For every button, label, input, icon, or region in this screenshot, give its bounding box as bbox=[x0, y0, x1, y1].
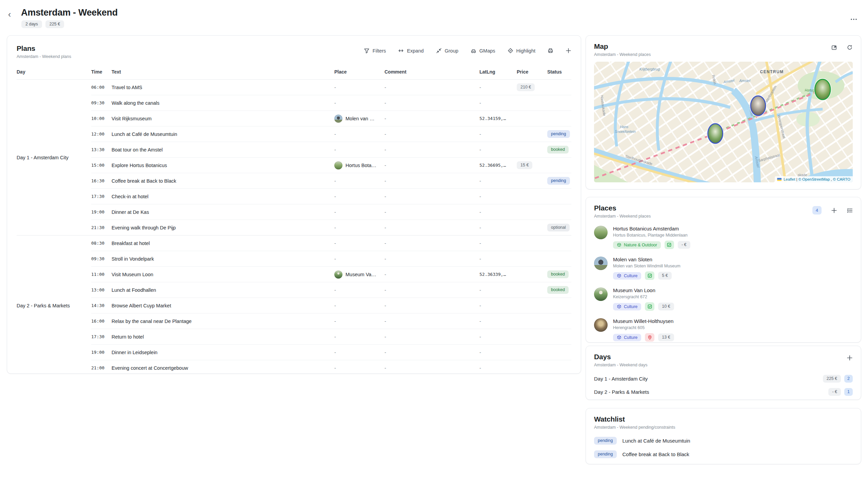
add-day-button[interactable] bbox=[847, 355, 853, 361]
group-button[interactable]: Group bbox=[436, 48, 458, 54]
expand-button[interactable]: Expand bbox=[398, 48, 423, 54]
carto-link[interactable]: © CARTO bbox=[833, 177, 850, 181]
place-pin-badge bbox=[645, 333, 654, 342]
plan-latlng: - bbox=[479, 350, 517, 355]
plan-comment: - bbox=[384, 147, 479, 152]
watchlist-item[interactable]: pendingCoffee break at Back to Black bbox=[594, 447, 853, 461]
ellipsis-icon bbox=[850, 18, 857, 20]
plan-time: 09:30 bbox=[91, 100, 112, 105]
plan-time: 15:00 bbox=[91, 163, 112, 168]
osm-link[interactable]: © OpenStreetMap bbox=[798, 177, 830, 181]
place-list-item[interactable]: Museum Van LoonKeizersgracht 672Culture1… bbox=[594, 284, 853, 314]
day-list-item[interactable]: Day 1 - Amsterdam City225 €2 bbox=[594, 372, 853, 385]
place-visited-badge bbox=[665, 241, 674, 249]
watchlist-status-badge: pending bbox=[594, 437, 617, 445]
map-label: Hans bbox=[620, 125, 629, 129]
plan-status: optional bbox=[547, 224, 571, 231]
day-price-badge: 225 € bbox=[823, 375, 841, 383]
plan-time: 17:30 bbox=[91, 334, 112, 339]
plan-row[interactable]: 21:00Evening concert at Concertgebouw--- bbox=[91, 360, 571, 375]
days-subtitle: Amsterdam - Weekend days bbox=[594, 363, 647, 367]
plan-row[interactable]: 09:30Stroll in Vondelpark--- bbox=[91, 251, 571, 266]
map-pin-icon bbox=[647, 335, 652, 340]
place-name: Museum Van Loon bbox=[613, 287, 674, 293]
plan-row[interactable]: 19:00Dinner at De Kas--- bbox=[91, 204, 571, 220]
plan-row[interactable]: 13:30Boat tour on the Amstel---booked bbox=[91, 142, 571, 157]
place-list-item[interactable]: Museum Willet-HolthuysenHerengracht 605C… bbox=[594, 314, 853, 345]
map-refresh-button[interactable] bbox=[847, 44, 853, 50]
plan-row[interactable]: 09:30Walk along the canals--- bbox=[91, 95, 571, 110]
plans-title: Plans bbox=[17, 44, 71, 53]
watchlist-item[interactable]: pendingLunch at Café de Museumtuin bbox=[594, 434, 853, 447]
map-label-centrum: CENTRUM bbox=[760, 69, 784, 74]
plan-row[interactable]: 11:00Visit Museum LoonMuseum Va…-52.3633… bbox=[91, 266, 571, 282]
plan-row[interactable]: 15:00Explore Hortus BotanicusHortus Bota… bbox=[91, 157, 571, 173]
day-list-item[interactable]: Day 2 - Parks & Markets- €1 bbox=[594, 385, 853, 399]
plan-row[interactable]: 16:00Relax by the canal near De Plantage… bbox=[91, 313, 571, 329]
place-list-item[interactable]: Hortus Botanicus AmsterdamHortus Botanic… bbox=[594, 222, 853, 253]
printer-icon bbox=[548, 48, 553, 54]
plan-time: 19:00 bbox=[91, 209, 112, 215]
map-label: Amstel bbox=[739, 79, 750, 83]
plan-row[interactable]: 17:30Return to hotel--- bbox=[91, 329, 571, 344]
map-canvas[interactable]: Krijtbergbrug Rokin Amstel Amstel CENTRU… bbox=[594, 62, 853, 182]
gmaps-button[interactable]: GMaps bbox=[471, 48, 495, 54]
place-category-label: Culture bbox=[624, 273, 637, 278]
back-button[interactable]: ‹ bbox=[5, 9, 14, 19]
plan-row[interactable]: 16:30Coffee break at Back to Black---pen… bbox=[91, 173, 571, 188]
place-list-item[interactable]: Molen van SlotenMolen van Sloten Windmil… bbox=[594, 253, 853, 284]
plan-comment: - bbox=[384, 100, 479, 106]
map-marker-hortus[interactable] bbox=[814, 79, 831, 100]
cube-icon bbox=[617, 243, 622, 247]
plan-row[interactable]: 08:30Breakfast at hotel--- bbox=[91, 236, 571, 251]
leaflet-link[interactable]: Leaflet bbox=[784, 177, 795, 181]
plan-place: - bbox=[334, 209, 384, 215]
status-badge: pending bbox=[547, 177, 570, 185]
map-marker-van-loon[interactable] bbox=[707, 123, 724, 144]
place-address: Molen van Sloten Windmill Museum bbox=[613, 264, 680, 268]
print-button[interactable] bbox=[548, 48, 553, 54]
map-label: Krijtbergbrug bbox=[639, 67, 660, 71]
plan-row[interactable]: 17:30Check-in at hotel--- bbox=[91, 188, 571, 204]
plans-table-body: Day 1 - Amsterdam City06:00Travel to AMS… bbox=[17, 80, 571, 375]
checked-checkbox-icon bbox=[647, 304, 652, 309]
price-badge: 15 € bbox=[517, 161, 532, 169]
plan-row[interactable]: 13:00Lunch at Foodhallen---booked bbox=[91, 282, 571, 298]
watchlist-header: Watchlist Amsterdam - Weekend pending/co… bbox=[594, 415, 675, 430]
places-list-view-button[interactable] bbox=[847, 207, 853, 214]
plan-place: - bbox=[334, 350, 384, 355]
places-subtitle: Amsterdam - Weekend places bbox=[594, 214, 651, 219]
days-panel: Days Amsterdam - Weekend days Day 1 - Am… bbox=[586, 346, 861, 400]
plan-time: 09:30 bbox=[91, 256, 112, 261]
plan-row[interactable]: 21:30Evening walk through De Pijp---opti… bbox=[91, 220, 571, 235]
add-plan-button[interactable] bbox=[566, 48, 571, 54]
map-marker-willet[interactable] bbox=[750, 95, 766, 116]
overflow-menu-button[interactable] bbox=[849, 15, 859, 23]
plan-day-group: Day 1 - Amsterdam City06:00Travel to AMS… bbox=[17, 80, 571, 235]
plan-comment: - bbox=[384, 163, 479, 168]
add-place-button[interactable] bbox=[831, 207, 837, 214]
plan-time: 10:00 bbox=[91, 116, 112, 121]
plan-time: 19:00 bbox=[91, 350, 112, 355]
plan-row[interactable]: 19:00Dinner in Leidseplein--- bbox=[91, 344, 571, 360]
place-avatar bbox=[334, 270, 342, 279]
plan-row[interactable]: 10:00Visit RijksmuseumMolen van …-52.341… bbox=[91, 110, 571, 126]
highlight-diamond-icon bbox=[508, 48, 513, 54]
checked-checkbox-icon bbox=[667, 242, 672, 247]
map-fullscreen-button[interactable] bbox=[831, 44, 837, 50]
plan-row[interactable]: 12:00Lunch at Café de Museumtuin---pendi… bbox=[91, 126, 571, 142]
plan-text: Evening walk through De Pijp bbox=[112, 225, 334, 230]
plan-row[interactable]: 06:00Travel to AMS---210 € bbox=[91, 80, 571, 95]
gmaps-label: GMaps bbox=[479, 48, 495, 54]
expand-label: Expand bbox=[407, 48, 423, 54]
plan-text: Lunch at Café de Museumtuin bbox=[112, 131, 334, 137]
plan-row[interactable]: 14:30Browse Albert Cuyp Market--- bbox=[91, 298, 571, 313]
plan-text: Check-in at hotel bbox=[112, 194, 334, 199]
plan-latlng: - bbox=[479, 319, 517, 324]
highlight-button[interactable]: Highlight bbox=[508, 48, 535, 54]
filters-button[interactable]: Filters bbox=[364, 48, 386, 54]
plan-time: 11:00 bbox=[91, 272, 112, 277]
plan-place: - bbox=[334, 194, 384, 199]
map-title: Map bbox=[594, 42, 651, 50]
plan-comment: - bbox=[384, 272, 479, 277]
